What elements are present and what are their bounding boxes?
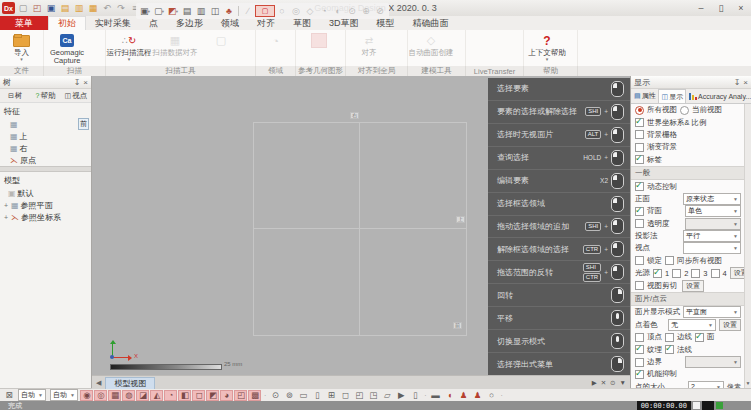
selection-filter-icon[interactable]: ⊠ [3, 390, 16, 401]
folder-import-icon[interactable]: ▤ [59, 2, 71, 14]
checkbox[interactable] [665, 333, 674, 342]
view-box-icon[interactable]: ◻ [339, 390, 352, 401]
rectangle-select-icon[interactable]: ▢ [255, 5, 275, 17]
folder-open-icon[interactable]: ▥ [73, 2, 85, 14]
radio-all-views[interactable] [635, 106, 644, 115]
select-visible-icon[interactable]: ◎ [94, 390, 107, 401]
view-para-icon[interactable]: ▱ [381, 390, 394, 401]
model-view-tab[interactable]: 模型视图 [105, 377, 155, 389]
dropdown-select[interactable]: 无▼ [668, 319, 716, 331]
dial-icon[interactable]: ◖ [443, 390, 456, 401]
feature-item-2[interactable]: ▦右 [0, 142, 91, 154]
menu-button[interactable]: 菜单 [0, 16, 48, 30]
view-plane-icon[interactable]: ▢▾ [152, 5, 166, 18]
edge-mode-icon[interactable]: ◧ [178, 390, 191, 401]
dropdown-select[interactable]: 平行▼ [683, 230, 741, 242]
tab-scroll-left-icon[interactable]: ◀ [92, 379, 105, 387]
view-red-cube-icon[interactable]: ◩▾ [166, 5, 180, 18]
checkbox[interactable] [635, 370, 644, 379]
zoom-window-icon[interactable]: ⊚ [283, 390, 296, 401]
checkbox[interactable] [695, 333, 704, 342]
model-item-2[interactable]: +⋋参照坐标系 [0, 211, 91, 223]
viewport-control-icon-1[interactable]: ✕ [601, 379, 606, 387]
light-checkbox-2[interactable] [672, 269, 681, 278]
bottom-combo-1[interactable]: 自动▼ [18, 389, 46, 401]
line-select-icon[interactable]: ∕ [241, 5, 255, 18]
scrollbar[interactable]: ▼ [744, 104, 751, 401]
model-item-1[interactable]: +▦参照平面 [0, 199, 91, 211]
bottom-combo-2[interactable]: 自动▼ [50, 389, 78, 401]
body-mode-icon[interactable]: ◪ [136, 390, 149, 401]
expander-icon[interactable]: + [4, 202, 9, 209]
checkbox[interactable] [635, 219, 644, 228]
close-button[interactable]: × [731, 1, 751, 15]
minimize-button[interactable]: – [691, 1, 711, 15]
ribbon-button-1-0[interactable]: CaGeomagic Capture▾ [44, 32, 90, 71]
ribbon-button-8-0[interactable]: ?上下文帮助▾ [524, 32, 570, 62]
zoom-in-icon[interactable]: ⊕ [359, 5, 373, 18]
checkbox[interactable] [635, 143, 644, 152]
right-panel-tab-0[interactable]: ▤属性 [631, 89, 658, 103]
ellipse-select-icon[interactable]: ◎ [289, 5, 303, 18]
ribbon-tab-0[interactable]: 初始 [48, 16, 86, 30]
ribbon-button-0-0[interactable]: 导入▾ [0, 32, 43, 62]
timer-green-indicator[interactable] [716, 402, 723, 409]
print-icon[interactable]: ▤ [180, 5, 194, 18]
right-panel-tab-2[interactable]: Accuracy Analy... [686, 89, 751, 103]
checkbox[interactable] [635, 345, 644, 354]
point-mode-icon[interactable]: ◔ [164, 390, 177, 401]
page-icon[interactable]: ▯ [409, 390, 422, 401]
ruler-icon[interactable]: ▬ [429, 390, 442, 401]
scroll-down-icon[interactable]: ▼ [745, 379, 751, 387]
flood-select-icon[interactable]: ⊙ [345, 5, 359, 18]
feature-item-0[interactable]: ▦前 [0, 118, 91, 130]
dropdown-select[interactable]: 原来状态▼ [683, 193, 741, 205]
dropdown-select[interactable]: 平直面▼ [683, 306, 741, 318]
view-iso-icon[interactable]: ◳ [367, 390, 380, 401]
left-panel-tab-2[interactable]: ◫视点 [61, 89, 91, 102]
checkbox[interactable] [665, 345, 674, 354]
right-panel-tab-1[interactable]: ◫显示 [658, 89, 687, 103]
view-back-icon[interactable]: ▯ [311, 390, 324, 401]
checkbox[interactable] [635, 182, 644, 191]
radio-current-view[interactable] [680, 106, 689, 115]
settings-button[interactable]: 设置 [682, 280, 704, 292]
circle-select-icon[interactable]: ○ [275, 5, 289, 18]
feature-item-1[interactable]: ▦上 [0, 130, 91, 142]
ribbon-tab-1[interactable]: 实时采集 [86, 16, 140, 30]
reference-plane-front[interactable] [253, 122, 467, 336]
checkbox[interactable] [635, 118, 644, 127]
dropdown-select[interactable]: 单色▼ [685, 205, 741, 217]
folder-export-icon[interactable]: ▦ [87, 2, 99, 14]
user-red-icon[interactable]: ♟ [457, 390, 470, 401]
dropdown-select[interactable]: ▼ [685, 356, 741, 368]
page-setup-icon[interactable]: ▥ [194, 5, 208, 18]
cut-mode-icon[interactable]: ◭ [150, 390, 163, 401]
checkbox[interactable] [665, 256, 674, 265]
pin-icon[interactable]: ↧ [734, 78, 741, 87]
checkbox[interactable] [635, 281, 644, 290]
pin-icon[interactable]: ↧ [74, 78, 81, 87]
new-document-icon[interactable]: ▢ [17, 2, 29, 14]
mesh-mode-icon[interactable]: ▦ [108, 390, 121, 401]
save-icon[interactable]: ▣ [45, 2, 57, 14]
viewport-control-icon-3[interactable]: ▼ [620, 379, 626, 387]
view-grid-icon[interactable]: ⊞ [325, 390, 338, 401]
view-front-icon[interactable]: ▭ [297, 390, 310, 401]
left-panel-tab-0[interactable]: ⊟树 [0, 89, 30, 102]
cursor-icon[interactable]: ▶ [395, 390, 408, 401]
open-file-icon[interactable]: ◰ [31, 2, 43, 14]
split-view-icon[interactable]: ◫ [208, 5, 222, 18]
model-item-0[interactable]: ▣默认 [0, 187, 91, 199]
viewport-control-icon-0[interactable]: ▶ [592, 379, 597, 387]
face-mode-icon[interactable]: ◻ [192, 390, 205, 401]
freeform-select-icon[interactable]: ◔ [317, 5, 331, 18]
feature-item-3[interactable]: ⋋原点 [0, 154, 91, 166]
region-mode-icon[interactable]: ◍ [122, 390, 135, 401]
select-mode-icon[interactable]: ◉ [80, 390, 93, 401]
checkbox[interactable] [635, 207, 644, 216]
checkbox[interactable] [635, 155, 644, 164]
close-icon[interactable]: × [83, 78, 88, 87]
loop-mode-icon[interactable]: ◩ [206, 390, 219, 401]
zoom-area-icon[interactable]: ⊘ [373, 5, 387, 18]
